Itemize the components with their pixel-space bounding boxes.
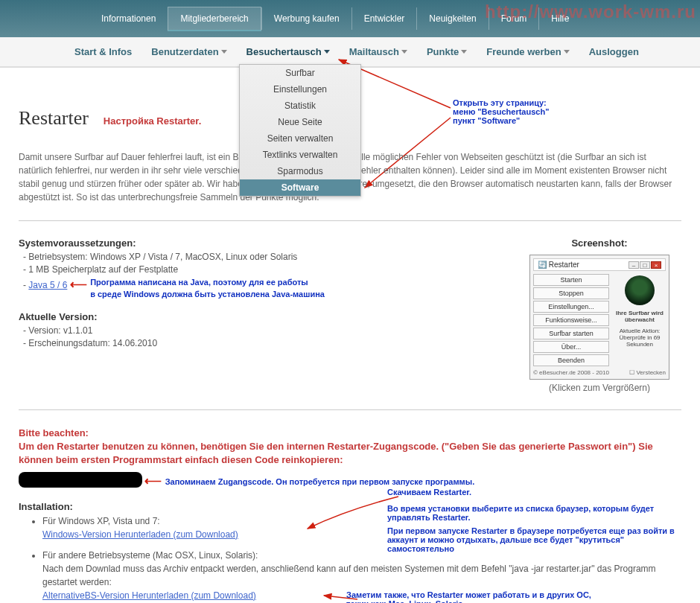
subnav-besuchertausch[interactable]: Besuchertausch bbox=[239, 43, 337, 60]
dropdown-neue-seite[interactable]: Neue Seite bbox=[240, 114, 360, 130]
ss-btn: Surfbar starten bbox=[533, 328, 609, 339]
sub-nav-bar: Start & Infos Benutzerdaten Besuchertaus… bbox=[0, 37, 700, 68]
subnav-punkte[interactable]: Punkte bbox=[419, 43, 474, 60]
nav-mitgliederbereich[interactable]: Mitgliederbereich bbox=[168, 7, 261, 31]
subnav-freunde-werben[interactable]: Freunde werben bbox=[479, 43, 576, 60]
ss-btn: Starten bbox=[533, 274, 609, 286]
annotation-code: Запоминаем Zugangscode. Он потребуется п… bbox=[165, 477, 475, 486]
sysreq-disk: - 1 MB Speicherplatz auf der Festplatte bbox=[23, 264, 503, 276]
subnav-benutzerdaten[interactable]: Benutzerdaten bbox=[144, 43, 234, 60]
top-header: http://www.work-wm.ru Informationen Mitg… bbox=[0, 0, 700, 37]
ss-btn: Über... bbox=[533, 341, 609, 353]
chevron-down-icon bbox=[221, 50, 227, 54]
chevron-down-icon bbox=[564, 50, 570, 54]
dropdown-textlinks-verwalten[interactable]: Textlinks verwalten bbox=[240, 147, 360, 163]
chevron-down-icon bbox=[401, 50, 407, 54]
version-number: - Version: v1.1.01 bbox=[23, 325, 503, 337]
sysreq-os: - Betriebsystem: Windows XP / Vista / 7,… bbox=[23, 251, 503, 264]
dropdown-sparmodus[interactable]: Sparmodus bbox=[240, 163, 360, 179]
arrow-icon: ⟵ bbox=[144, 474, 165, 487]
watermark-url: http://www.work-wm.ru bbox=[485, 1, 696, 22]
nav-informationen[interactable]: Informationen bbox=[89, 7, 168, 30]
nav-werbung-kaufen[interactable]: Werbung kaufen bbox=[261, 7, 351, 30]
nav-entwickler[interactable]: Entwickler bbox=[351, 7, 417, 30]
ss-btn: Funktionsweise... bbox=[533, 314, 609, 326]
subnav-ausloggen[interactable]: Ausloggen bbox=[582, 43, 646, 60]
subnav-start-infos[interactable]: Start & Infos bbox=[67, 43, 139, 60]
annotation-download: Скачиваем Restarter. Во время установки … bbox=[387, 488, 693, 553]
sysreq-java: - Java 5 / 6 ⟵ Программа написана на Jav… bbox=[23, 276, 503, 302]
install-section: Installation: Für Windows XP, Vista und … bbox=[19, 501, 681, 602]
arrow-icon: ⟵ bbox=[70, 278, 90, 290]
nav-neuigkeiten[interactable]: Neuigkeiten bbox=[416, 7, 488, 30]
ss-btn: Stoppen bbox=[533, 287, 609, 299]
version-heading: Aktuelle Version: bbox=[19, 311, 503, 322]
chevron-down-icon bbox=[324, 50, 330, 54]
notice-block: Bitte beachten: Um den Restarter benutze… bbox=[19, 427, 681, 468]
window-controls-icon: –□× bbox=[629, 261, 661, 269]
download-windows-link[interactable]: Windows-Version Herunterladen (zum Downl… bbox=[42, 529, 238, 540]
chevron-down-icon bbox=[461, 50, 467, 54]
restarter-logo-icon bbox=[625, 275, 655, 305]
besuchertausch-dropdown: Surfbar Einstellungen Statistik Neue Sei… bbox=[239, 64, 361, 197]
ss-titlebar: 🔄 Restarter –□× bbox=[533, 258, 666, 271]
download-alt-link[interactable]: AlternativeBS-Version Herunterladen (zum… bbox=[42, 590, 256, 601]
separator bbox=[19, 409, 681, 410]
screenshot-caption: (Klicken zum Vergrößern) bbox=[518, 383, 681, 393]
dropdown-software[interactable]: Software bbox=[240, 179, 360, 196]
annotation-java-1: Программа написана на Java, поэтому для … bbox=[90, 278, 308, 287]
dropdown-einstellungen[interactable]: Einstellungen bbox=[240, 81, 360, 98]
ss-btn: Einstellungen... bbox=[533, 301, 609, 313]
ss-btn: Beenden bbox=[533, 354, 609, 366]
annotation-java-2: в среде Windows должна быть установлена … bbox=[90, 290, 325, 299]
subnav-mailtausch[interactable]: Mailtausch bbox=[342, 43, 415, 60]
screenshot-thumbnail[interactable]: 🔄 Restarter –□× Starten Stoppen Einstell… bbox=[529, 255, 669, 380]
version-date: - Erscheinungsdatum: 14.06.2010 bbox=[23, 337, 503, 350]
java-link[interactable]: Java 5 / 6 bbox=[28, 280, 67, 290]
dropdown-seiten-verwalten[interactable]: Seiten verwalten bbox=[240, 130, 360, 147]
dropdown-surfbar[interactable]: Surfbar bbox=[240, 65, 360, 81]
access-code-hidden: ●●●●●●●●●●●●● bbox=[19, 472, 142, 488]
separator bbox=[19, 220, 681, 221]
dropdown-statistik[interactable]: Statistik bbox=[240, 98, 360, 114]
sysreq-heading: Systemvoraussetzungen: bbox=[19, 237, 503, 249]
annotation-alt-os: Заметим также, что Restarter может работ… bbox=[346, 590, 659, 603]
subtitle-text: Настройка Restarter. bbox=[104, 115, 201, 127]
screenshot-heading: Screenshot: bbox=[518, 237, 681, 249]
title-text: Restarter bbox=[19, 107, 89, 130]
